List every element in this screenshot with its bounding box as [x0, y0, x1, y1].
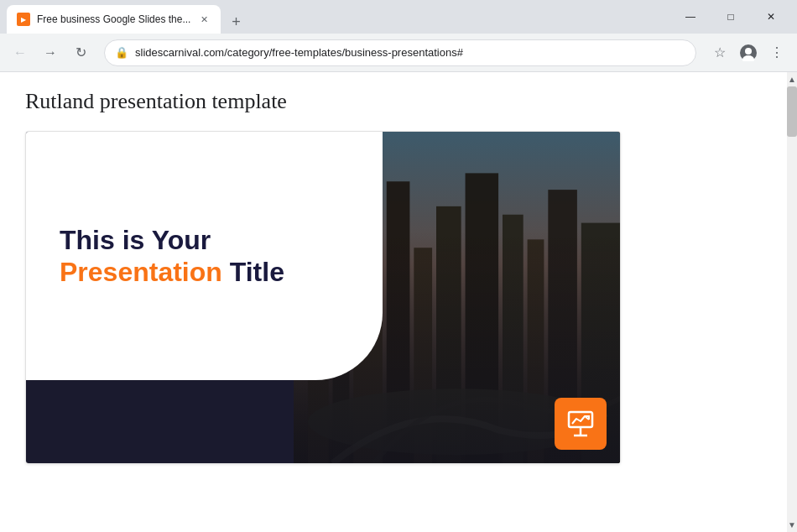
window-controls: — □ ✕: [671, 3, 790, 30]
svg-point-1: [745, 48, 752, 55]
slide-title-line1: This is Your: [60, 224, 349, 256]
tab-close-button[interactable]: ✕: [197, 13, 211, 26]
reload-button[interactable]: ↻: [67, 39, 94, 66]
tab-bar: Free business Google Slides the... ✕ +: [7, 0, 671, 34]
presentation-card[interactable]: This is Your Presentation Title: [25, 131, 621, 464]
forward-button[interactable]: →: [37, 39, 64, 66]
orange-badge: [555, 398, 607, 450]
back-button[interactable]: ←: [7, 39, 34, 66]
minimize-button[interactable]: —: [671, 3, 710, 30]
page-title: Rutland presentation template: [25, 89, 772, 114]
address-bar[interactable]: 🔒 slidescarnival.com/category/free-templ…: [104, 39, 696, 66]
scrollbar-up-button[interactable]: ▲: [787, 72, 797, 86]
bookmark-button[interactable]: ☆: [706, 39, 733, 66]
slide-title-dark: Title: [222, 257, 284, 287]
page-content: Rutland presentation template: [0, 72, 797, 532]
toolbar-actions: ☆ ⋮: [706, 39, 790, 66]
tab-favicon: [17, 13, 30, 26]
scrollbar-thumb[interactable]: [787, 86, 797, 137]
account-icon: [740, 44, 757, 61]
active-tab[interactable]: Free business Google Slides the... ✕: [7, 5, 221, 34]
maximize-button[interactable]: □: [711, 3, 750, 30]
new-tab-button[interactable]: +: [224, 10, 247, 34]
slide-title-line2: Presentation Title: [60, 256, 349, 288]
chrome-toolbar: ← → ↻ 🔒 slidescarnival.com/category/free…: [0, 34, 797, 72]
titlebar: Free business Google Slides the... ✕ + —…: [0, 0, 797, 34]
account-button[interactable]: [735, 39, 762, 66]
scrollbar-down-button[interactable]: ▼: [787, 518, 797, 532]
menu-button[interactable]: ⋮: [763, 39, 790, 66]
tab-title: Free business Google Slides the...: [37, 13, 190, 25]
window-scrollbar[interactable]: ▲ ▼: [787, 72, 797, 532]
slide-container: This is Your Presentation Title: [26, 132, 620, 463]
close-button[interactable]: ✕: [752, 3, 790, 30]
url-text: slidescarnival.com/category/free-templat…: [135, 46, 685, 59]
lock-icon: 🔒: [115, 46, 128, 59]
presentation-icon: [565, 409, 596, 439]
slide-white-shape: This is Your Presentation Title: [26, 132, 383, 380]
slide-title-orange: Presentation: [60, 257, 222, 287]
